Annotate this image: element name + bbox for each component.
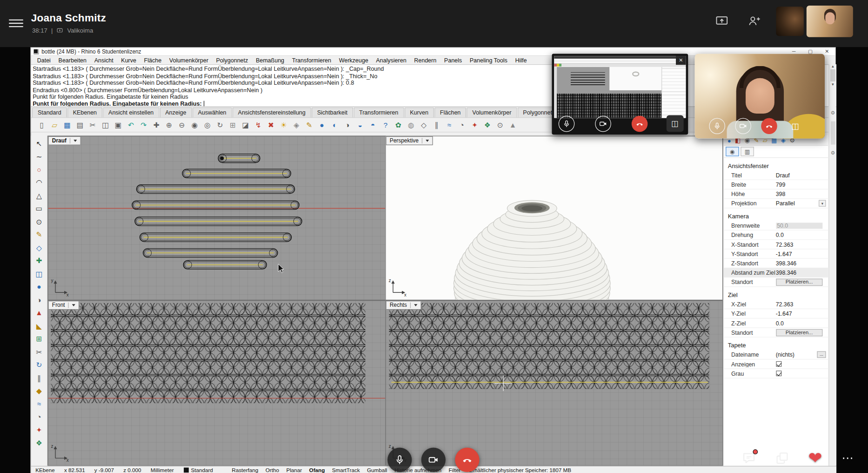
toolbar-icon[interactable]: ◎ [202,120,213,130]
toolbar-tab[interactable]: Ansicht einstellen [103,108,159,117]
toolbar-icon[interactable]: ◐ [329,120,340,130]
platzieren-button[interactable]: Platzieren... [776,278,823,285]
toolbar-icon[interactable]: ↻ [215,120,226,130]
menu-item[interactable]: Bearbeiten [54,57,90,63]
sidebar-tool-icon[interactable]: ◣ [33,320,45,331]
toolbar-icon[interactable]: ▱ [49,120,60,130]
sidebar-tool-icon[interactable]: ✂ [33,346,45,358]
sidebar-tool-icon[interactable]: ✦ [33,425,45,436]
toolbar-tab[interactable]: Ansichtsfenstereinstellung [233,108,311,117]
menu-item[interactable]: Fläche [140,57,165,63]
sidebar-tool-icon[interactable]: ∥ [33,372,45,384]
status-toggle[interactable]: Ofang [309,467,325,473]
toolbar-icon[interactable]: ↯ [253,120,264,130]
toolbar-icon[interactable]: ⊕ [164,120,174,130]
toolbar-tab[interactable]: Auswählen [193,108,232,117]
mic-button[interactable] [387,448,412,472]
grau-checkbox[interactable] [776,371,781,376]
hangup-button[interactable] [455,448,479,472]
participant-video-thumbnail[interactable] [776,7,804,36]
sidebar-tool-icon[interactable]: ✎ [33,229,45,240]
viewport-rechts[interactable]: Rechts z y [385,300,723,466]
menu-item[interactable]: Transformieren [288,57,335,63]
command-scrollbar[interactable]: ▲ ▼ [828,64,836,107]
status-toggle[interactable]: Ortho [266,467,279,473]
popout-icon[interactable]: ◫ [787,121,803,131]
add-participant-icon[interactable] [748,14,761,28]
viewport-front[interactable]: Front z x [47,300,386,466]
viewport-title-front[interactable]: Front [48,301,80,310]
scroll-up-icon[interactable]: ▲ [829,64,836,68]
sidebar-tool-icon[interactable]: ○ [33,164,45,175]
status-field[interactable]: KEbene [35,467,55,473]
status-toggle[interactable]: SmartTrack [332,467,360,473]
toolbar-icon[interactable]: ↶ [126,120,136,130]
camera-button[interactable] [595,116,611,132]
toolbar-icon[interactable]: ◇ [419,120,429,130]
sidebar-tool-icon[interactable]: ↻ [33,359,45,371]
webcam-video[interactable]: ◫ [694,54,825,138]
toolbar-icon[interactable]: ✿ [393,120,404,130]
toolbar-tab[interactable]: KEbenen [67,108,102,117]
menu-item[interactable]: Kurve [117,57,140,63]
sidebar-tool-icon[interactable]: ● [33,281,45,292]
toolbar-icon[interactable]: ▤ [75,120,86,130]
menu-item[interactable]: Analysieren [372,57,410,63]
hangup-button[interactable] [761,118,777,134]
share-window-button[interactable] [775,451,789,466]
toolbar-icon[interactable]: ▦ [62,120,73,130]
anzeigen-checkbox[interactable] [776,361,781,367]
viewport-drauf[interactable]: Drauf y x [47,136,386,300]
toolbar-icon[interactable]: ◒ [355,120,366,130]
chevron-down-icon[interactable] [414,304,417,306]
sidebar-tool-icon[interactable]: ≈ [33,399,45,410]
property-value[interactable]: 398 [776,191,828,197]
gear-icon[interactable]: ⚙ [829,110,836,116]
sidebar-tool-icon[interactable]: ◑ [33,294,45,305]
status-toggle[interactable]: Planar [286,467,302,473]
active-layer[interactable]: Standard [184,467,213,473]
panel-scrollbar-thumb[interactable] [831,122,835,145]
chevron-down-icon[interactable] [72,304,75,306]
sidebar-tool-icon[interactable]: ◔ [33,412,45,423]
toolbar-tab[interactable]: Flächen [434,108,466,117]
sidebar-tool-icon[interactable]: ◫ [33,268,45,279]
sidebar-tool-icon[interactable]: ✚ [33,255,45,266]
menu-item[interactable]: Bemaßung [252,57,288,63]
viewport-title-drauf[interactable]: Drauf [48,136,81,145]
toolbar-icon[interactable]: ? [381,120,391,130]
chat-button[interactable] [742,451,756,466]
sidebar-tool-icon[interactable]: ▭ [33,203,45,214]
toolbar-icon[interactable]: ✦ [469,120,480,130]
property-value[interactable]: 72.363 [776,301,828,307]
property-value[interactable]: Drauf [776,172,828,178]
share-screen-button[interactable]: ◫ [667,115,684,132]
toolbar-tab[interactable]: Volumenkörper [467,108,517,117]
menu-item[interactable]: Werkzeuge [335,57,372,63]
scrollbar-thumb[interactable] [830,69,835,81]
hamburger-menu-button[interactable] [9,17,23,28]
toolbar-icon[interactable]: ◉ [189,120,200,130]
participant-video-thumbnail[interactable] [807,6,853,37]
menu-item[interactable]: Ansicht [90,57,117,63]
camera-button[interactable] [735,118,751,134]
sidebar-tool-icon[interactable]: ◆ [33,385,45,397]
sidebar-tool-icon[interactable]: △ [33,190,45,201]
toolbar-icon[interactable]: ◑ [342,120,353,130]
status-field[interactable]: y -9.007 [94,467,114,473]
sidebar-tool-icon[interactable]: ◠ [33,177,45,188]
toolbar-icon[interactable]: ⊞ [227,120,238,130]
toolbar-icon[interactable]: ↷ [139,120,149,130]
toolbar-icon[interactable]: ∥ [431,120,442,130]
status-toggle[interactable]: Gumball [367,467,387,473]
sidebar-tool-icon[interactable]: ⊙ [33,216,45,227]
toolbar-icon[interactable]: ◈ [291,120,302,130]
heart-reaction-button[interactable]: ❤ [808,450,822,466]
toolbar-tab[interactable]: Sichtbarkeit [312,108,353,117]
property-value[interactable]: 398.346 [776,260,828,266]
screenshare-preview-window[interactable]: ✕ ◫ [552,54,688,135]
toolbar-icon[interactable]: ☀ [279,120,289,130]
camera-button[interactable] [421,448,446,472]
mic-button[interactable] [709,118,725,134]
property-value[interactable]: -1.647 [776,311,828,317]
